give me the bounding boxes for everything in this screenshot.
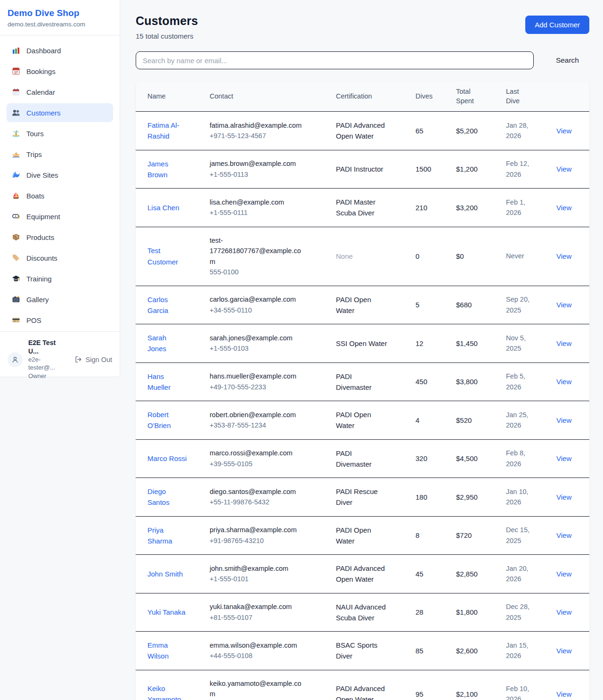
column-header-dives: Dives — [410, 82, 450, 112]
table-row: Robert O'Brienrobert.obrien@example.com+… — [136, 401, 589, 440]
cell-name: Diego Santos — [136, 478, 204, 517]
search-input[interactable] — [136, 51, 534, 69]
view-link[interactable]: View — [556, 252, 571, 260]
customer-name-link[interactable]: John Smith — [147, 570, 183, 578]
sidebar-item-dashboard[interactable]: Dashboard — [7, 41, 113, 60]
search-button[interactable]: Search — [546, 56, 589, 65]
customer-name-link[interactable]: Yuki Tanaka — [147, 608, 186, 616]
sidebar-item-boats[interactable]: Boats — [7, 186, 113, 205]
customer-name-link[interactable]: Lisa Chen — [147, 204, 179, 212]
cell-dives: 5 — [410, 286, 450, 324]
cell-name: Robert O'Brien — [136, 401, 204, 440]
cell-last-dive: Jan 10, 2026 — [500, 478, 551, 517]
sidebar-item-label: Training — [26, 275, 52, 283]
table-row: Fatima Al-Rashidfatima.alrashid@example.… — [136, 112, 589, 150]
view-link[interactable]: View — [556, 204, 571, 212]
cell-dives: 1500 — [410, 150, 450, 189]
sidebar-item-dive-sites[interactable]: Dive Sites — [7, 165, 113, 184]
customer-email: hans.mueller@example.com — [210, 371, 304, 381]
sidebar-item-training[interactable]: Training — [7, 269, 113, 288]
add-customer-button[interactable]: Add Customer — [525, 16, 589, 34]
sidebar-item-customers[interactable]: Customers — [7, 103, 113, 122]
sidebar-item-gallery[interactable]: Gallery — [7, 290, 113, 309]
sign-out-icon — [74, 355, 82, 363]
customer-name-link[interactable]: Test Customer — [147, 247, 178, 265]
view-link[interactable]: View — [556, 165, 571, 173]
customer-name-link[interactable]: Carlos Garcia — [147, 296, 168, 314]
view-link[interactable]: View — [556, 454, 571, 462]
customer-phone: +971-55-123-4567 — [210, 131, 304, 141]
customer-name-link[interactable]: James Brown — [147, 160, 168, 179]
view-link[interactable]: View — [556, 339, 571, 347]
customer-email: robert.obrien@example.com — [210, 410, 304, 420]
cell-last-dive: Feb 1, 2026 — [500, 189, 551, 227]
view-link[interactable]: View — [556, 378, 571, 386]
cell-name: Marco Rossi — [136, 439, 204, 478]
sidebar-item-equipment[interactable]: Equipment — [7, 207, 113, 226]
sign-out-button[interactable]: Sign Out — [74, 355, 112, 363]
sidebar-item-trips[interactable]: Trips — [7, 145, 113, 164]
cell-dives: 320 — [410, 439, 450, 478]
customer-name-link[interactable]: Priya Sharma — [147, 526, 172, 545]
cell-certification: PADI Rescue Diver — [330, 478, 410, 517]
customer-phone: +1-555-0101 — [210, 574, 304, 584]
tag-icon — [12, 254, 20, 262]
sidebar-item-bookings[interactable]: 17Bookings — [7, 62, 113, 81]
view-link[interactable]: View — [556, 608, 571, 616]
sidebar-item-label: Equipment — [26, 213, 60, 221]
customer-name-link[interactable]: Robert O'Brien — [147, 411, 171, 429]
package-icon — [12, 233, 20, 241]
view-link[interactable]: View — [556, 416, 571, 424]
table-row: Emma Wilsonemma.wilson@example.com+44-55… — [136, 632, 589, 670]
user-name: E2E Test U... — [28, 338, 62, 355]
view-link[interactable]: View — [556, 570, 571, 578]
cell-certification: PADI Advanced Open Water — [330, 112, 410, 150]
cell-contact: keiko.yamamoto@example.com+81-90-1234-56… — [204, 670, 330, 700]
cell-certification: None — [330, 227, 410, 286]
customer-email: diego.santos@example.com — [210, 486, 304, 497]
cell-name: Keiko Yamamoto — [136, 670, 204, 700]
cell-total-spent: $2,600 — [450, 632, 500, 670]
view-link[interactable]: View — [556, 493, 571, 501]
sidebar-item-pos[interactable]: POS — [7, 311, 113, 329]
customer-name-link[interactable]: Sarah Jones — [147, 334, 166, 353]
view-link[interactable]: View — [556, 301, 571, 309]
customers-table-card: NameContactCertificationDivesTotal Spent… — [136, 82, 589, 700]
shop-name: Demo Dive Shop — [8, 8, 112, 18]
customer-name-link[interactable]: Emma Wilson — [147, 641, 169, 660]
cell-contact: test-1772681807767@example.com555-0100 — [204, 227, 330, 286]
cell-dives: 450 — [410, 362, 450, 401]
customer-phone: +55-11-99876-5432 — [210, 497, 304, 507]
cell-contact: robert.obrien@example.com+353-87-555-123… — [204, 401, 330, 440]
customer-name-link[interactable]: Keiko Yamamoto — [147, 684, 181, 700]
cell-dives: 95 — [410, 670, 450, 700]
sidebar-item-tours[interactable]: Tours — [7, 124, 113, 143]
cell-last-dive: Jan 25, 2026 — [500, 401, 551, 440]
cell-contact: james.brown@example.com+1-555-0113 — [204, 150, 330, 189]
customer-email: john.smith@example.com — [210, 563, 304, 574]
cell-actions: View — [551, 670, 589, 700]
customer-name-link[interactable]: Diego Santos — [147, 487, 170, 506]
view-link[interactable]: View — [556, 647, 571, 655]
cell-total-spent: $520 — [450, 401, 500, 440]
cell-actions: View — [551, 478, 589, 517]
camera-icon — [12, 295, 20, 304]
cell-contact: yuki.tanaka@example.com+81-555-0107 — [204, 593, 330, 632]
cell-dives: 0 — [410, 227, 450, 286]
view-link[interactable]: View — [556, 690, 571, 698]
view-link[interactable]: View — [556, 127, 571, 135]
column-header-last-dive: Last Dive — [500, 82, 551, 112]
sidebar-item-calendar[interactable]: Calendar — [7, 82, 113, 101]
customer-name-link[interactable]: Marco Rossi — [147, 454, 187, 462]
sidebar-item-discounts[interactable]: Discounts — [7, 248, 113, 267]
customer-name-link[interactable]: Hans Mueller — [147, 372, 171, 391]
cell-name: Yuki Tanaka — [136, 593, 204, 632]
table-row: Diego Santosdiego.santos@example.com+55-… — [136, 478, 589, 517]
avatar — [8, 352, 23, 367]
customers-table: NameContactCertificationDivesTotal Spent… — [136, 82, 589, 700]
sidebar-item-products[interactable]: Products — [7, 228, 113, 247]
customer-phone: +353-87-555-1234 — [210, 420, 304, 430]
view-link[interactable]: View — [556, 531, 571, 539]
cell-last-dive: Jan 28, 2026 — [500, 112, 551, 150]
customer-name-link[interactable]: Fatima Al-Rashid — [147, 121, 179, 140]
